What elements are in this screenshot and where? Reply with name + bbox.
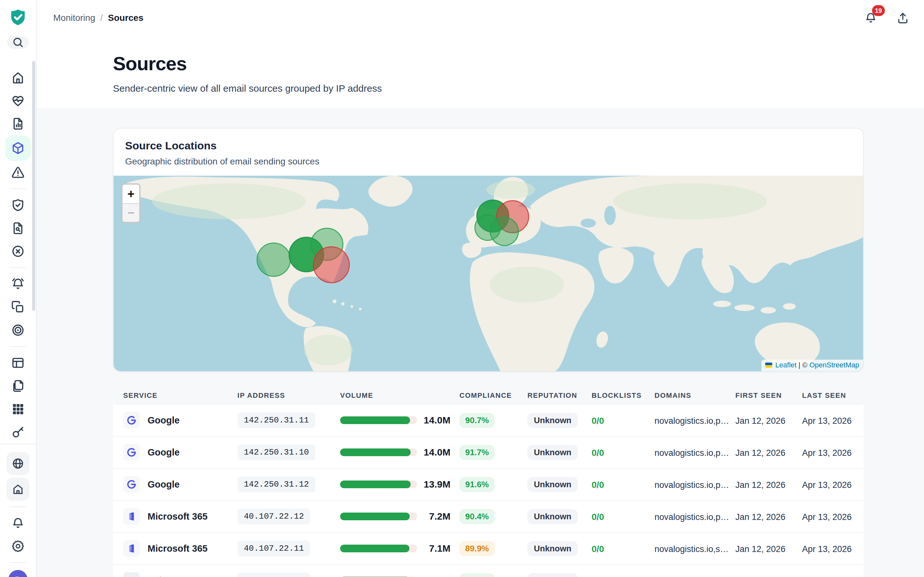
volume-value: 14.0M — [424, 447, 459, 458]
sidebar-item-shield-check[interactable] — [5, 193, 31, 217]
service-name: Unknown — [148, 575, 186, 577]
circle-x-icon — [11, 244, 25, 258]
source-row[interactable]: Microsoft 36540.107.22.127.2M90.4%Unknow… — [113, 501, 864, 533]
file-search-icon — [11, 221, 25, 235]
sidebar-item-grid[interactable] — [5, 398, 31, 421]
map-zoom-control: + − — [121, 183, 141, 223]
last-seen-value: Apr 13, 2026 — [802, 512, 852, 522]
column-header-ip-address: IP ADDRESS — [237, 392, 340, 400]
volume-bar — [340, 416, 417, 424]
first-seen-value: Jan 12, 2026 — [735, 448, 785, 458]
globe-icon — [11, 457, 24, 470]
source-bubble-eu-south[interactable] — [490, 218, 519, 245]
domains-value: novalogistics.io,p… — [654, 448, 729, 458]
sidebar-bottom-section: D — [0, 444, 36, 577]
source-bubble-us-west[interactable] — [257, 243, 290, 276]
column-header-service: SERVICE — [123, 392, 237, 400]
service-cell: Microsoft 365 — [123, 508, 237, 525]
main-column: Monitoring / Sources 19 Sources Sender-c… — [37, 0, 924, 577]
column-header-first-seen: FIRST SEEN — [735, 392, 802, 400]
sidebar-item-alert-triangle[interactable] — [5, 161, 31, 184]
breadcrumb-parent[interactable]: Monitoring — [53, 13, 95, 23]
openstreetmap-link[interactable]: OpenStreetMap — [809, 361, 859, 369]
attribution-separator: | © — [798, 361, 808, 369]
heart-pulse-icon — [11, 93, 25, 108]
notifications-button[interactable]: 19 — [863, 10, 879, 26]
sidebar-item-cube[interactable] — [5, 135, 31, 161]
domains-value: novalogistics.io,p… — [654, 416, 729, 426]
first-seen-value: Jan 12, 2026 — [735, 544, 785, 554]
compliance-badge: 90.7% — [459, 413, 495, 428]
source-row[interactable]: Microsoft 36540.107.22.117.1M89.9%Unknow… — [113, 533, 864, 565]
sidebar-item-home-alt[interactable] — [6, 478, 29, 501]
service-name: Microsoft 365 — [148, 511, 208, 522]
world-map[interactable]: + − Leaflet | © OpenStreetMap — [113, 176, 863, 371]
sidebar-nav — [5, 66, 31, 444]
map-attribution: Leaflet | © OpenStreetMap — [761, 359, 863, 371]
unknown-logo-icon — [123, 572, 140, 577]
volume-value: 6.9M — [429, 575, 459, 577]
sidebar-item-pages[interactable] — [5, 374, 31, 398]
leaflet-link[interactable]: Leaflet — [775, 361, 796, 369]
last-seen-value: Apr 13, 2026 — [802, 416, 852, 426]
sidebar-item-target[interactable] — [5, 319, 31, 342]
sidebar-item-circle-x[interactable] — [5, 240, 31, 263]
google-logo-icon — [123, 476, 140, 493]
ip-address: 142.250.31.11 — [237, 412, 315, 428]
home-icon — [11, 71, 25, 85]
source-row[interactable]: Google142.250.31.1114.0M90.7%Unknown0/0n… — [113, 405, 864, 437]
sidebar-divider — [10, 562, 26, 563]
ip-address: 142.250.31.12 — [237, 476, 315, 492]
user-avatar[interactable]: D — [8, 570, 27, 577]
world-map-svg — [113, 176, 863, 371]
sidebar-item-home[interactable] — [5, 66, 31, 89]
sidebar-scrollbar[interactable] — [32, 61, 35, 311]
blocklists-value: 0/0 — [591, 544, 604, 554]
sidebar-item-key[interactable] — [5, 421, 31, 444]
column-header-blocklists: BLOCKLISTS — [591, 392, 654, 400]
layout-panel-icon — [11, 356, 25, 370]
breadcrumb-current: Sources — [108, 13, 144, 23]
column-header-domains: DOMAINS — [654, 392, 735, 400]
export-button[interactable] — [895, 10, 911, 26]
first-seen-value: Jan 12, 2026 — [735, 480, 785, 490]
source-bubble-us-southeast[interactable] — [313, 247, 349, 283]
source-row[interactable]: Google142.250.31.1014.0M91.7%Unknown0/0n… — [113, 437, 864, 469]
page-header: Sources Sender-centric view of all email… — [37, 36, 924, 108]
compliance-badge: 89.9% — [459, 541, 495, 556]
reputation-badge: Unknown — [527, 541, 578, 556]
volume-bar-fill — [340, 480, 411, 488]
volume-value: 13.9M — [424, 479, 459, 490]
sidebar-item-globe[interactable] — [6, 452, 29, 475]
sidebar-item-bell[interactable] — [5, 512, 31, 535]
blocklists-value: 0/0 — [591, 448, 604, 458]
zoom-in-button[interactable]: + — [123, 185, 139, 203]
sidebar-item-copy[interactable] — [5, 295, 31, 319]
brand-shield-logo[interactable] — [9, 8, 27, 26]
sidebar-item-file-search[interactable] — [5, 217, 31, 240]
sidebar-item-bell-ring[interactable] — [5, 272, 31, 295]
volume-cell: 13.9M — [340, 479, 459, 490]
volume-bar-fill — [340, 513, 410, 520]
sidebar-item-settings[interactable] — [5, 535, 31, 558]
ip-address: 40.107.22.11 — [237, 540, 310, 556]
reputation-badge: Unknown — [527, 573, 578, 577]
sidebar-search-button[interactable] — [7, 36, 29, 49]
page-subtitle: Sender-centric view of all email sources… — [113, 83, 924, 94]
zoom-out-button[interactable]: − — [123, 203, 139, 222]
source-row[interactable]: Google142.250.31.1213.9M91.6%Unknown0/0n… — [113, 469, 864, 501]
service-name: Microsoft 365 — [148, 543, 208, 554]
ukraine-flag-icon — [765, 363, 772, 367]
volume-cell: 14.0M — [340, 415, 459, 426]
column-header-volume: VOLUME — [340, 392, 459, 400]
service-name: Google — [148, 479, 180, 490]
sidebar-divider — [10, 268, 26, 268]
upload-icon — [897, 11, 909, 24]
compliance-badge: 90.7% — [459, 573, 495, 577]
sidebar-item-file-chart[interactable] — [5, 112, 31, 135]
sidebar-divider — [10, 346, 26, 347]
sidebar-item-layout-panel[interactable] — [5, 351, 31, 374]
sidebar-item-heart-pulse[interactable] — [5, 89, 31, 112]
copy-icon — [11, 300, 25, 314]
source-row[interactable]: Unknown50.31.156.106.9M90.7%Unknown0/0no… — [113, 565, 864, 577]
